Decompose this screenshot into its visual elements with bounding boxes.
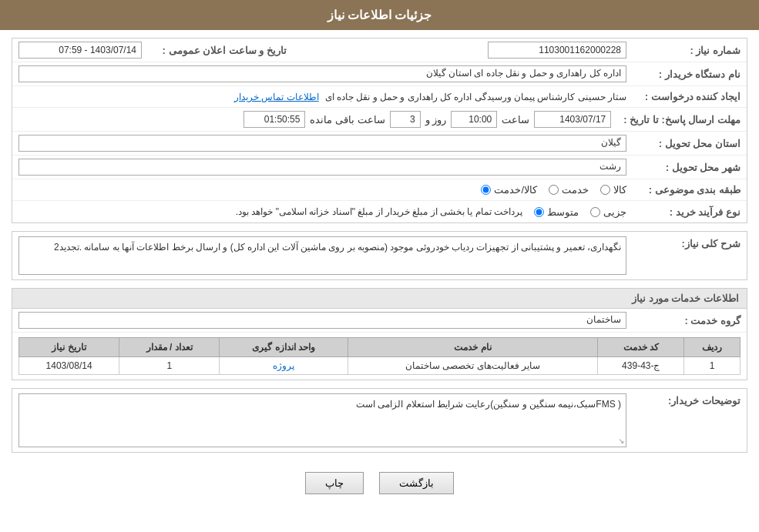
cell-row: 1 — [684, 357, 741, 375]
category-khadamat-option: خدمت — [549, 184, 589, 196]
buyer-org-label: نام دستگاه خریدار : — [633, 69, 741, 80]
category-khadamat-label: خدمت — [562, 184, 589, 196]
need-number-label: شماره نیاز : — [633, 45, 741, 56]
service-group-label: گروه خدمت : — [633, 315, 741, 326]
creator-value: ستار حسینی کارشناس پیمان ورسیدگی اداره ک… — [325, 92, 626, 102]
province-value: گیلان — [18, 135, 626, 152]
purchase-type-label: نوع فرآیند خرید : — [633, 206, 741, 218]
buyer-desc-label: توضیحات خریدار: — [633, 393, 741, 407]
deadline-label: مهلت ارسال پاسخ: تا تاریخ : — [617, 114, 741, 125]
need-summary-label: شرح کلی نیاز: — [633, 236, 741, 249]
need-number-value: 1103001162000228 — [488, 42, 626, 59]
page-title: جزئیات اطلاعات نیاز — [327, 8, 432, 22]
category-options: کالا خدمت کالا/خدمت — [481, 184, 626, 196]
cell-code: ج-43-439 — [598, 357, 684, 375]
creator-label: ایجاد کننده درخواست : — [633, 91, 741, 102]
purchase-jozi-radio[interactable] — [590, 207, 600, 217]
time-label: ساعت — [502, 114, 529, 125]
city-label: شهر محل تحویل : — [633, 162, 741, 173]
category-label: طبقه بندی موضوعی : — [633, 184, 741, 196]
purchase-motovaset-option: متوسط — [534, 206, 579, 218]
general-announcement-value: 1403/07/14 - 07:59 — [18, 42, 142, 59]
services-table-container: ردیف کد خدمت نام خدمت واحد اندازه گیری — [12, 333, 747, 380]
category-kala-khadamat-radio[interactable] — [481, 185, 491, 195]
need-summary-value: نگهداری، تعمیر و پشتیبانی از تجهیزات ردی… — [18, 236, 626, 275]
creator-link[interactable]: اطلاعات تماس خریدار — [234, 92, 319, 102]
cell-name: سایر فعالیت‌های تخصصی ساختمان — [348, 357, 597, 375]
col-header-date: تاریخ نیاز — [19, 338, 119, 357]
services-table: ردیف کد خدمت نام خدمت واحد اندازه گیری — [18, 337, 741, 375]
city-value: رشت — [18, 159, 626, 176]
purchase-motovaset-label: متوسط — [547, 206, 579, 218]
action-buttons: بازگشت چاپ — [12, 460, 747, 506]
services-section-title: اطلاعات خدمات مورد نیاز — [12, 289, 747, 309]
deadline-remaining: 01:50:55 — [243, 111, 305, 128]
resize-handle: ↘ — [618, 437, 624, 445]
col-header-name: نام خدمت — [348, 338, 597, 357]
table-row: 1 ج-43-439 سایر فعالیت‌های تخصصی ساختمان… — [19, 357, 741, 375]
province-label: استان محل تحویل : — [633, 138, 741, 149]
cell-quantity: 1 — [119, 357, 220, 375]
deadline-date: 1403/07/17 — [534, 111, 611, 128]
col-header-row: ردیف — [684, 338, 741, 357]
service-group-value: ساختمان — [18, 312, 626, 329]
col-header-unit: واحد اندازه گیری — [220, 338, 348, 357]
buyer-org-value: اداره کل راهداری و حمل و نقل جاده ای است… — [18, 65, 626, 82]
purchase-type-note: پرداخت تمام یا بخشی از مبلغ خریدار از مب… — [236, 206, 522, 217]
category-kala-option: کالا — [600, 184, 626, 196]
purchase-motovaset-radio[interactable] — [534, 207, 544, 217]
category-kala-label: کالا — [613, 184, 626, 196]
buyer-desc-value: ( FMSسبک،نیمه سنگین و سنگین)رعایت شرایط … — [18, 393, 626, 447]
page-header: جزئیات اطلاعات نیاز — [0, 0, 759, 30]
deadline-days: 3 — [390, 111, 421, 128]
days-label: روز و — [425, 114, 447, 125]
category-kala-khadamat-label: کالا/خدمت — [494, 184, 537, 196]
col-header-qty: تعداد / مقدار — [119, 338, 220, 357]
print-button[interactable]: چاپ — [305, 472, 364, 494]
remaining-label: ساعت باقی مانده — [310, 114, 385, 125]
category-kala-radio[interactable] — [600, 185, 610, 195]
general-announcement-label: تاریخ و ساعت اعلان عمومی : — [148, 45, 287, 56]
deadline-time: 10:00 — [451, 111, 497, 128]
back-button[interactable]: بازگشت — [379, 472, 454, 494]
cell-date: 1403/08/14 — [19, 357, 119, 375]
cell-unit: پروژه — [220, 357, 348, 375]
category-khadamat-radio[interactable] — [549, 185, 559, 195]
purchase-type-options: جزیی متوسط پرداخت تمام یا بخشی از مبلغ خ… — [236, 206, 626, 218]
purchase-jozi-label: جزیی — [603, 206, 626, 218]
category-kala-khadamat-option: کالا/خدمت — [481, 184, 537, 196]
col-header-code: کد خدمت — [598, 338, 684, 357]
purchase-jozi-option: جزیی — [590, 206, 626, 218]
